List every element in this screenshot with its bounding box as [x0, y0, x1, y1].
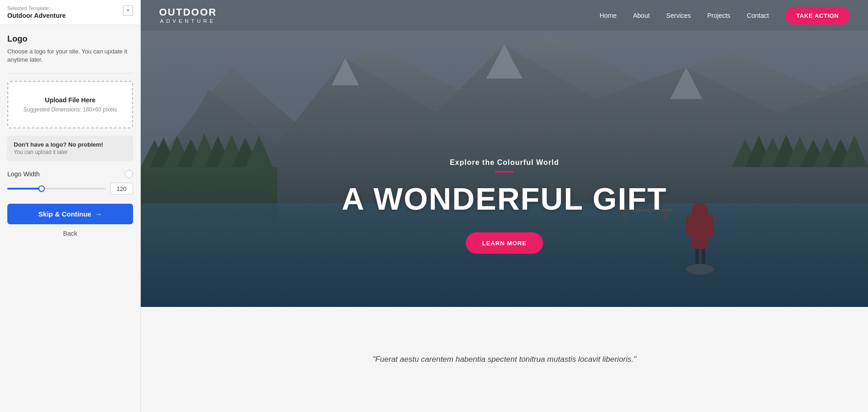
panel-body: Logo Choose a logo for your site. You ca…: [0, 25, 140, 412]
brand-sub-text: ADVENTURE: [160, 18, 216, 24]
nav-services[interactable]: Services: [666, 12, 691, 19]
close-button[interactable]: ×: [123, 5, 133, 16]
no-logo-subtitle: You can upload it later: [14, 149, 127, 155]
slider-thumb[interactable]: [38, 185, 45, 192]
svg-rect-40: [141, 0, 868, 307]
slider-container: 120: [7, 183, 133, 195]
learn-more-button[interactable]: LEARN MORE: [466, 232, 543, 254]
template-name: Outdoor Adventure: [7, 12, 66, 19]
mountain-svg: [141, 0, 868, 307]
upload-box-title: Upload File Here: [16, 96, 125, 104]
preview-navbar: OUTDOOR ADVENTURE Home About Services Pr…: [141, 0, 868, 31]
no-logo-box: Don't have a logo? No problem! You can u…: [7, 136, 133, 161]
left-panel: Selected Template: Outdoor Adventure × L…: [0, 0, 141, 412]
upload-box-subtitle: Suggested Dimensions: 180×60 pixels: [16, 106, 125, 113]
brand-main-text: OUTDOOR: [159, 7, 217, 17]
hero-content: Explore the Colourful World A WONDERFUL …: [342, 158, 667, 254]
back-link[interactable]: Back: [7, 230, 133, 237]
quote-text: "Fuerat aestu carentem habentia spectent…: [373, 354, 636, 365]
slider-track[interactable]: [7, 188, 106, 190]
logo-width-info-icon[interactable]: [125, 170, 133, 178]
upload-box[interactable]: Upload File Here Suggested Dimensions: 1…: [7, 81, 133, 128]
nav-links: Home About Services Projects Contact TAK…: [600, 7, 850, 25]
brand-logo: OUTDOOR ADVENTURE: [159, 7, 217, 24]
skip-continue-label: Skip & Continue: [38, 210, 91, 218]
hero-title: A WONDERFUL GIFT: [342, 182, 667, 216]
logo-width-header: Logo Width: [7, 170, 133, 178]
logo-width-label: Logo Width: [7, 170, 40, 178]
panel-header-text: Selected Template: Outdoor Adventure: [7, 5, 66, 19]
logo-section-title: Logo: [7, 34, 133, 44]
nav-about[interactable]: About: [633, 12, 650, 19]
hero-background: [141, 0, 868, 307]
hero-subtitle: Explore the Colourful World: [342, 158, 667, 167]
preview-area: OUTDOOR ADVENTURE Home About Services Pr…: [141, 0, 868, 412]
skip-continue-button[interactable]: Skip & Continue →: [7, 204, 133, 224]
quote-section: "Fuerat aestu carentem habentia spectent…: [141, 307, 868, 412]
nav-home[interactable]: Home: [600, 12, 617, 19]
panel-header: Selected Template: Outdoor Adventure ×: [0, 0, 140, 25]
logo-width-input[interactable]: 120: [110, 183, 133, 195]
no-logo-title: Don't have a logo? No problem!: [14, 141, 127, 148]
slider-fill: [7, 188, 42, 190]
logo-width-section: Logo Width 120: [7, 170, 133, 195]
selected-template-label: Selected Template:: [7, 5, 66, 11]
hero-divider: [495, 171, 514, 173]
arrow-icon: →: [95, 210, 102, 218]
collapse-handle[interactable]: [140, 197, 141, 215]
divider-top: [7, 73, 133, 74]
nav-contact[interactable]: Contact: [747, 12, 769, 19]
nav-projects[interactable]: Projects: [707, 12, 730, 19]
logo-section-desc: Choose a logo for your site. You can upd…: [7, 48, 133, 64]
take-action-button[interactable]: TAKE ACTION: [785, 7, 850, 25]
